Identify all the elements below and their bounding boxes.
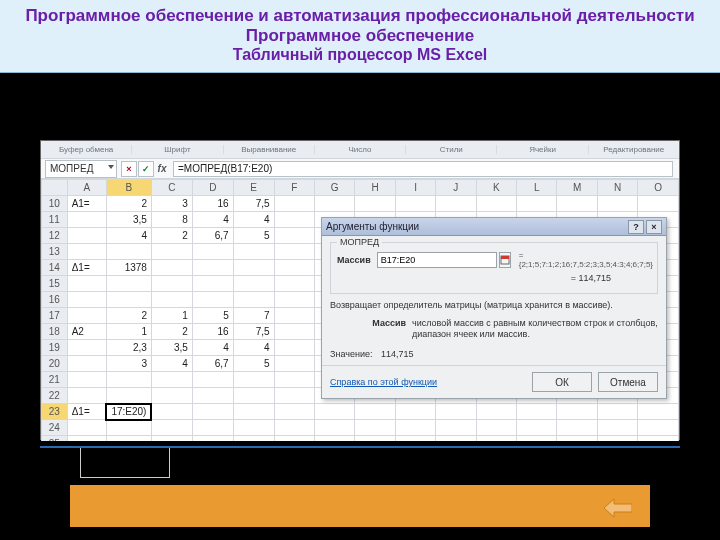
cell-E10[interactable]: 7,5 — [233, 196, 274, 212]
cell-C19[interactable]: 3,5 — [151, 340, 192, 356]
cell-K23[interactable] — [476, 404, 516, 420]
cell-C18[interactable]: 2 — [151, 324, 192, 340]
cell-D19[interactable]: 4 — [192, 340, 233, 356]
cell-A18[interactable]: A2 — [67, 324, 106, 340]
cell-B15[interactable] — [106, 276, 151, 292]
cell-C17[interactable]: 1 — [151, 308, 192, 324]
cell-C25[interactable] — [151, 436, 192, 442]
name-box-dropdown-icon[interactable] — [108, 165, 114, 169]
cell-C13[interactable] — [151, 244, 192, 260]
cell-K10[interactable] — [476, 196, 516, 212]
cell-D17[interactable]: 5 — [192, 308, 233, 324]
cell-E11[interactable]: 4 — [233, 212, 274, 228]
cell-J24[interactable] — [436, 420, 476, 436]
cell-I23[interactable] — [395, 404, 435, 420]
cell-E23[interactable] — [233, 404, 274, 420]
cell-O25[interactable] — [638, 436, 679, 442]
cell-J10[interactable] — [436, 196, 476, 212]
cell-A11[interactable] — [67, 212, 106, 228]
cell-E13[interactable] — [233, 244, 274, 260]
cell-B11[interactable]: 3,5 — [106, 212, 151, 228]
cell-F17[interactable] — [274, 308, 314, 324]
dialog-titlebar[interactable]: Аргументы функции ? × — [322, 218, 666, 236]
cell-F10[interactable] — [274, 196, 314, 212]
back-arrow-button[interactable] — [604, 497, 632, 519]
cell-E20[interactable]: 5 — [233, 356, 274, 372]
cell-F24[interactable] — [274, 420, 314, 436]
cell-B10[interactable]: 2 — [106, 196, 151, 212]
cell-D15[interactable] — [192, 276, 233, 292]
cell-L10[interactable] — [516, 196, 556, 212]
cell-A13[interactable] — [67, 244, 106, 260]
cancel-formula-button[interactable]: × — [121, 161, 137, 177]
cell-B20[interactable]: 3 — [106, 356, 151, 372]
cell-B16[interactable] — [106, 292, 151, 308]
cell-H25[interactable] — [355, 436, 395, 442]
cell-A22[interactable] — [67, 388, 106, 404]
cell-A19[interactable] — [67, 340, 106, 356]
cell-B21[interactable] — [106, 372, 151, 388]
cell-A15[interactable] — [67, 276, 106, 292]
cell-B19[interactable]: 2,3 — [106, 340, 151, 356]
cell-B13[interactable] — [106, 244, 151, 260]
cell-H24[interactable] — [355, 420, 395, 436]
cell-F12[interactable] — [274, 228, 314, 244]
cell-B14[interactable]: 1378 — [106, 260, 151, 276]
cell-F15[interactable] — [274, 276, 314, 292]
cell-A21[interactable] — [67, 372, 106, 388]
cell-A14[interactable]: Δ1= — [67, 260, 106, 276]
cell-D24[interactable] — [192, 420, 233, 436]
cell-D13[interactable] — [192, 244, 233, 260]
cell-F25[interactable] — [274, 436, 314, 442]
cell-A24[interactable] — [67, 420, 106, 436]
cell-E19[interactable]: 4 — [233, 340, 274, 356]
cell-D20[interactable]: 6,7 — [192, 356, 233, 372]
cell-N10[interactable] — [597, 196, 637, 212]
cell-B12[interactable]: 4 — [106, 228, 151, 244]
range-select-button[interactable] — [499, 252, 511, 268]
cell-A23[interactable]: Δ1= — [67, 404, 106, 420]
cell-K25[interactable] — [476, 436, 516, 442]
cell-F14[interactable] — [274, 260, 314, 276]
cell-C20[interactable]: 4 — [151, 356, 192, 372]
ribbon-group-clipboard[interactable]: Буфер обмена — [41, 145, 132, 154]
cell-M10[interactable] — [557, 196, 598, 212]
cell-G10[interactable] — [314, 196, 355, 212]
cell-C15[interactable] — [151, 276, 192, 292]
cell-N24[interactable] — [597, 420, 637, 436]
enter-formula-button[interactable]: ✓ — [138, 161, 154, 177]
cell-C24[interactable] — [151, 420, 192, 436]
cell-F19[interactable] — [274, 340, 314, 356]
cell-D21[interactable] — [192, 372, 233, 388]
cell-D14[interactable] — [192, 260, 233, 276]
cell-G24[interactable] — [314, 420, 355, 436]
cell-C23[interactable] — [151, 404, 192, 420]
cell-A10[interactable]: A1= — [67, 196, 106, 212]
cell-D25[interactable] — [192, 436, 233, 442]
cell-D22[interactable] — [192, 388, 233, 404]
name-box[interactable]: МОПРЕД — [45, 160, 117, 178]
ribbon-group-styles[interactable]: Стили — [406, 145, 497, 154]
cell-C14[interactable] — [151, 260, 192, 276]
cell-E18[interactable]: 7,5 — [233, 324, 274, 340]
cell-L24[interactable] — [516, 420, 556, 436]
ribbon-group-font[interactable]: Шрифт — [132, 145, 223, 154]
cell-D18[interactable]: 16 — [192, 324, 233, 340]
cell-E17[interactable]: 7 — [233, 308, 274, 324]
help-link[interactable]: Справка по этой функции — [330, 377, 437, 387]
cell-L25[interactable] — [516, 436, 556, 442]
cell-E12[interactable]: 5 — [233, 228, 274, 244]
cell-B25[interactable] — [106, 436, 151, 442]
cell-I24[interactable] — [395, 420, 435, 436]
cell-A12[interactable] — [67, 228, 106, 244]
cell-F20[interactable] — [274, 356, 314, 372]
cell-E25[interactable] — [233, 436, 274, 442]
cell-D23[interactable] — [192, 404, 233, 420]
cell-E22[interactable] — [233, 388, 274, 404]
cell-H23[interactable] — [355, 404, 395, 420]
cell-E21[interactable] — [233, 372, 274, 388]
cell-G23[interactable] — [314, 404, 355, 420]
cell-A20[interactable] — [67, 356, 106, 372]
cell-D10[interactable]: 16 — [192, 196, 233, 212]
cell-C11[interactable]: 8 — [151, 212, 192, 228]
